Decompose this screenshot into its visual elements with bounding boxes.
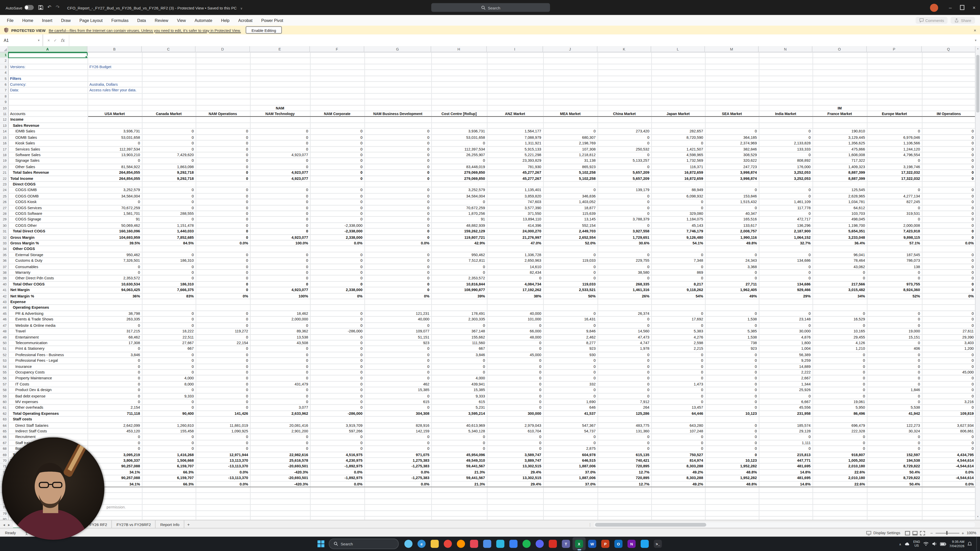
cell-M58[interactable]: 0 [705, 387, 759, 393]
cell-J23[interactable] [543, 181, 597, 187]
cell-M18[interactable]: 308,529 [705, 152, 759, 158]
cell-O44[interactable] [813, 305, 867, 311]
taskbar-app-explorer[interactable] [428, 537, 441, 550]
cell-Q10[interactable] [922, 105, 976, 111]
scroll-down-icon[interactable]: ▼ [976, 515, 980, 519]
row-header-20[interactable]: 20 [0, 164, 8, 170]
cell-A54[interactable]: Insurance [8, 364, 88, 369]
cell-G37[interactable]: 0 [364, 264, 431, 270]
cell-B35[interactable]: 950,462 [88, 252, 142, 258]
cell-K28[interactable]: 0 [597, 211, 651, 217]
cell-F42[interactable]: 0% [310, 293, 364, 299]
cell-P42[interactable]: 52% [867, 293, 922, 299]
cell-G50[interactable]: 923 [364, 340, 431, 346]
battery-icon[interactable] [940, 542, 946, 546]
wifi-icon[interactable] [923, 541, 929, 546]
cell-O64[interactable]: 696,479 [813, 422, 867, 428]
cell-A50[interactable]: Telecommunication [8, 340, 88, 346]
cell-C72[interactable]: 66.3% [142, 469, 196, 475]
cell-A2[interactable] [8, 58, 88, 64]
cell-C51[interactable]: 667 [142, 346, 196, 352]
cell-N13[interactable] [759, 123, 813, 129]
cell-L12[interactable] [651, 117, 705, 123]
cell-J11[interactable]: MEA Market [543, 111, 597, 117]
cell-P34[interactable] [867, 246, 922, 252]
cell-N54[interactable]: 14,889 [759, 364, 813, 369]
cell-H68[interactable]: 0 [431, 446, 487, 452]
cell-H2[interactable] [431, 58, 487, 64]
cell-O10[interactable]: IM [813, 105, 867, 111]
cell-F23[interactable] [310, 181, 364, 187]
cell-D8[interactable] [196, 94, 250, 99]
cell-K1[interactable] [597, 52, 651, 58]
cell-F54[interactable]: 0 [310, 364, 364, 369]
cell-K66[interactable]: 0 [597, 434, 651, 440]
cell-G66[interactable]: 0 [364, 434, 431, 440]
cell-D41[interactable]: 0 [196, 287, 250, 293]
cell-D65[interactable]: 1,090,925 [196, 428, 250, 434]
cell-D30[interactable]: 0 [196, 223, 250, 229]
row-header-24[interactable]: 24 [0, 187, 8, 193]
cell-L39[interactable]: 0 [651, 275, 705, 281]
taskbar-app-outlook[interactable]: O [612, 537, 625, 550]
cell-G40[interactable]: 0 [364, 281, 431, 287]
cell-D14[interactable]: 0 [196, 129, 250, 135]
cell-K30[interactable]: 0 [597, 223, 651, 229]
cell-J61[interactable]: 646 [543, 405, 597, 411]
cell-K37[interactable]: 0 [597, 264, 651, 270]
cell-F69[interactable]: 4,516,975 [310, 452, 364, 457]
cell-P24[interactable]: 0 [867, 187, 922, 193]
row-header-45[interactable]: 45 [0, 311, 8, 317]
cell-H12[interactable] [431, 117, 487, 123]
tray-clock[interactable]: 9:35 AM 7/04/2026 [950, 540, 964, 548]
cell-B4[interactable] [88, 70, 142, 76]
cell-Q16[interactable]: 0 [922, 140, 976, 146]
cell-L66[interactable]: 0 [651, 434, 705, 440]
cell-B39[interactable]: 2,353,572 [88, 275, 142, 281]
cell-I6[interactable] [487, 82, 543, 87]
cell-C62[interactable]: 90,400 [142, 411, 196, 416]
cell-N62[interactable]: 231,958 [759, 411, 813, 416]
cell-L48[interactable]: 5,383 [651, 328, 705, 334]
cell-Q63[interactable] [922, 416, 976, 422]
row-header-60[interactable]: 60 [0, 399, 8, 405]
cell-D43[interactable] [196, 299, 250, 305]
cell-K22[interactable]: 5,657,209 [597, 176, 651, 181]
cell-K42[interactable]: 26% [597, 293, 651, 299]
cell-N57[interactable]: 1,344 [759, 381, 813, 387]
cell-N15[interactable]: 0 [759, 135, 813, 140]
cell-E19[interactable]: 0 [250, 158, 310, 164]
cell-F56[interactable]: 0 [310, 375, 364, 381]
cell-C57[interactable]: 8,000 [142, 381, 196, 387]
cell-I27[interactable]: 3,577,390 [487, 205, 543, 211]
redo-icon[interactable]: ↷ [56, 0, 59, 15]
row-header-58[interactable]: 58 [0, 387, 8, 393]
row-header-31[interactable]: 31 [0, 229, 8, 234]
cell-Q72[interactable]: 0.0% [922, 469, 976, 475]
cell-O50[interactable]: 4,126 [813, 340, 867, 346]
cell-P12[interactable] [867, 117, 922, 123]
cell-O73[interactable]: 2,010,180 [813, 475, 867, 481]
cell-K6[interactable] [597, 82, 651, 87]
column-header-D[interactable]: D [196, 46, 250, 52]
cell-F64[interactable]: 3,919,709 [310, 422, 364, 428]
column-header-Q[interactable]: Q [922, 46, 976, 52]
cell-B40[interactable]: 10,630,534 [88, 281, 142, 287]
cell-L9[interactable] [651, 99, 705, 105]
cell-N48[interactable]: 30,000 [759, 328, 813, 334]
cell-K40[interactable]: 268,335 [597, 281, 651, 287]
cell-Q11[interactable]: IM Operations [922, 111, 976, 117]
cell-F25[interactable]: 0 [310, 193, 364, 199]
cell-E14[interactable]: 0 [250, 129, 310, 135]
cell-I5[interactable] [487, 76, 543, 82]
cell-P59[interactable]: 0 [867, 393, 922, 399]
cell-L77[interactable] [651, 499, 705, 505]
cell-J44[interactable] [543, 305, 597, 311]
cell-I50[interactable]: 0 [487, 340, 543, 346]
cell-F70[interactable]: 4,230,975 [310, 457, 364, 464]
cell-E38[interactable]: 0 [250, 270, 310, 275]
cell-L53[interactable]: 0 [651, 358, 705, 364]
cell-M31[interactable]: 2,008,757 [705, 229, 759, 234]
cell-I34[interactable] [487, 246, 543, 252]
cell-N65[interactable]: 29,128 [759, 428, 813, 434]
